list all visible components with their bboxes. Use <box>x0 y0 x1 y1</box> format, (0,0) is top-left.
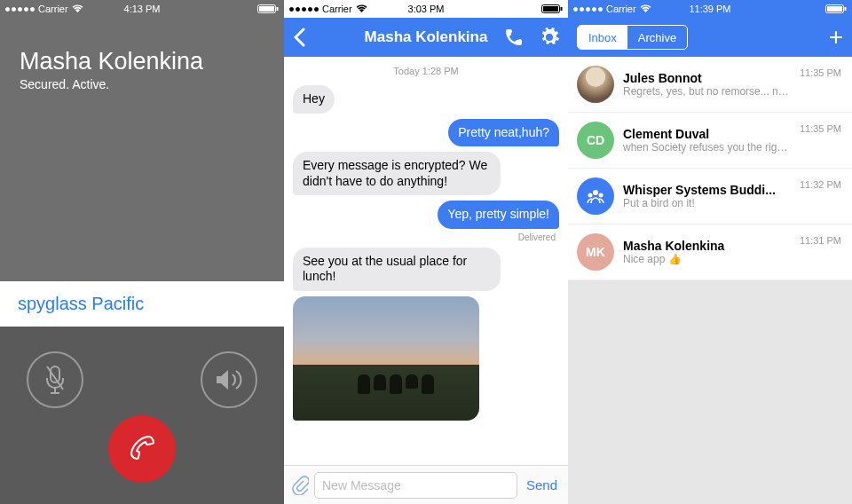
row-name: Jules Bonnot <box>623 71 791 85</box>
row-preview: Regrets, yes, but no remorse... not even <box>623 85 791 98</box>
status-bar: Carrier 11:39 PM <box>568 0 852 18</box>
message-in[interactable]: Every message is encrypted? We didn't ha… <box>293 152 501 195</box>
settings-button[interactable] <box>540 28 559 47</box>
inbox-navbar: Inbox Archive + <box>568 18 852 57</box>
avatar: MK <box>577 233 614 271</box>
conversation-row[interactable]: CD Clement Duval when Society refuses yo… <box>568 113 852 169</box>
avatar <box>577 177 614 215</box>
hangup-button[interactable] <box>108 415 176 483</box>
message-photo[interactable] <box>293 296 479 421</box>
row-text: Whisper Systems Buddi... Put a bird on i… <box>623 183 791 209</box>
call-controls <box>0 327 284 504</box>
message-out[interactable]: Yep, pretty simple! <box>438 201 559 229</box>
back-button[interactable] <box>293 28 305 47</box>
svg-point-12 <box>599 193 604 198</box>
svg-point-11 <box>588 193 593 198</box>
gear-icon <box>540 28 559 47</box>
row-preview: Nice app 👍 <box>623 253 791 265</box>
delivered-label: Delivered <box>518 232 559 242</box>
sas-phrase[interactable]: spyglass Pacific <box>0 281 284 327</box>
row-time: 11:35 PM <box>800 66 841 78</box>
conversation-list[interactable]: Jules Bonnot Regrets, yes, but no remors… <box>568 57 852 280</box>
row-text: Clement Duval when Society refuses you t… <box>623 127 791 154</box>
phone-icon <box>504 28 524 47</box>
message-input[interactable]: New Message <box>314 472 517 499</box>
segmented-control: Inbox Archive <box>577 25 688 50</box>
message-in[interactable]: Hey <box>293 85 335 114</box>
status-bar: Carrier 4:13 PM <box>0 0 284 18</box>
attach-button[interactable] <box>291 476 309 495</box>
speaker-button[interactable] <box>201 351 257 408</box>
message-placeholder: New Message <box>322 478 401 492</box>
avatar <box>577 66 614 103</box>
svg-point-10 <box>593 190 598 195</box>
conversation-row[interactable]: MK Masha Kolenkina Nice app 👍 11:31 PM <box>568 224 852 280</box>
chevron-left-icon <box>293 28 305 47</box>
day-separator: Today 1:28 PM <box>293 66 559 76</box>
chat-screen: Carrier 3:03 PM Masha Kolenkina Today 1: <box>284 0 568 504</box>
row-name: Masha Kolenkina <box>623 239 791 253</box>
message-in[interactable]: See you at the usual place for lunch! <box>293 248 501 291</box>
tab-inbox[interactable]: Inbox <box>578 26 627 49</box>
avatar: CD <box>577 122 614 159</box>
photo-content <box>358 374 434 394</box>
caller-name: Masha Kolenkina <box>20 48 264 75</box>
group-icon <box>586 188 605 204</box>
row-text: Jules Bonnot Regrets, yes, but no remors… <box>623 71 791 98</box>
row-name: Clement Duval <box>623 127 791 141</box>
call-button[interactable] <box>504 28 524 47</box>
status-time: 4:13 PM <box>0 4 284 14</box>
inbox-screen: Carrier 11:39 PM Inbox Archive + Jules B… <box>568 0 852 504</box>
send-button[interactable]: Send <box>523 477 561 492</box>
row-time: 11:35 PM <box>800 122 841 134</box>
messages-list[interactable]: Today 1:28 PM Hey Pretty neat,huh? Every… <box>284 57 568 465</box>
compose-button[interactable]: + <box>829 30 843 45</box>
row-name: Whisper Systems Buddi... <box>623 183 791 197</box>
spacer <box>0 91 284 281</box>
row-time: 11:32 PM <box>800 177 841 190</box>
conversation-row[interactable]: Jules Bonnot Regrets, yes, but no remors… <box>568 57 852 113</box>
caller-info: Masha Kolenkina Secured. Active. <box>0 18 284 91</box>
status-bar: Carrier 3:03 PM <box>284 0 568 18</box>
row-time: 11:31 PM <box>800 233 841 246</box>
row-preview: when Society refuses you the right to ex… <box>623 141 791 154</box>
tab-archive[interactable]: Archive <box>627 26 687 49</box>
status-time: 3:03 PM <box>284 4 568 14</box>
compose-bar: New Message Send <box>284 465 568 504</box>
caller-status: Secured. Active. <box>20 77 264 91</box>
row-text: Masha Kolenkina Nice app 👍 <box>623 239 791 265</box>
message-out[interactable]: Pretty neat,huh? <box>448 119 559 147</box>
phone-icon <box>124 431 160 467</box>
speaker-icon <box>214 367 244 392</box>
status-time: 11:39 PM <box>568 4 852 14</box>
mic-mute-icon <box>43 365 67 395</box>
chat-navbar: Masha Kolenkina <box>284 18 568 57</box>
row-preview: Put a bird on it! <box>623 197 791 209</box>
mute-button[interactable] <box>27 351 83 408</box>
nav-right <box>504 28 559 47</box>
call-screen: Carrier 4:13 PM Masha Kolenkina Secured.… <box>0 0 284 504</box>
paperclip-icon <box>291 476 309 495</box>
conversation-row[interactable]: Whisper Systems Buddi... Put a bird on i… <box>568 169 852 224</box>
